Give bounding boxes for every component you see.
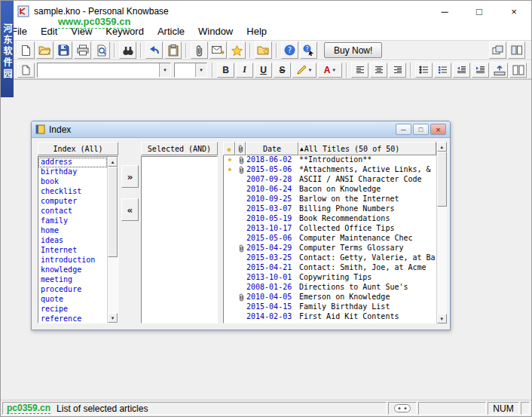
article-row[interactable]: 2010-04-05Emerson on Knowledge [224,293,436,302]
keyword-item[interactable]: checklist [38,187,107,197]
keyword-item[interactable]: contact [38,207,107,216]
favorites-folder-button[interactable] [255,41,272,59]
keyword-item[interactable]: quote [38,295,107,305]
available-keywords-header[interactable]: Index (All) [38,142,118,155]
article-row[interactable]: 2010-06-24Bacon on Knowledge [224,185,436,195]
send-email-button[interactable] [209,41,227,59]
scrollbar-track[interactable] [108,167,118,313]
chevron-down-icon[interactable]: ▼ [159,63,170,77]
new-file-button[interactable] [17,41,35,59]
article-row[interactable]: 2015-04-29Computer Terms Glossary [224,244,436,253]
index-window-titlebar[interactable]: Index ─ □ × [32,121,450,138]
article-row[interactable]: 2007-09-28ASCII / ANSI Character Code [224,175,436,185]
article-row[interactable]: 2013-10-17Collected Office Tips [224,224,436,234]
star-column-header[interactable]: ★ [223,142,235,155]
article-row[interactable]: 2014-02-03First Aid Kit Contents [224,312,436,322]
search-button[interactable] [119,41,136,59]
keyword-item[interactable]: family [38,216,107,226]
columns-view-button[interactable] [509,63,527,78]
keyword-item[interactable]: reference [38,314,107,323]
titles-column-header[interactable]: ▲All Titles (50 of 50) [298,142,436,155]
font-size-select[interactable]: ▼ [174,63,207,78]
export-button[interactable] [491,63,508,78]
font-name-select[interactable]: ▼ [37,63,171,78]
scroll-up-icon[interactable]: ▲ [437,142,447,152]
article-row[interactable]: 2015-04-21Contact: Smith, Joe, at Acme [224,263,436,273]
paste-button[interactable] [164,41,182,59]
add-keyword-button[interactable]: » [121,165,139,188]
keyword-item[interactable]: ideas [38,236,107,246]
underline-button[interactable]: U [255,63,272,78]
menu-item-help[interactable]: Help [240,22,274,40]
article-row[interactable]: 2015-05-06Computer Maintenance Chec [224,234,436,244]
article-row[interactable]: 2008-01-26Directions to Aunt Sue's [224,283,436,293]
print-preview-button[interactable] [93,41,110,59]
index-close-button[interactable]: × [430,124,446,135]
undo-button[interactable] [145,41,163,59]
favorite-button[interactable] [228,41,246,59]
keyword-item[interactable]: recipe [38,305,107,314]
numbered-list-button[interactable] [434,63,451,78]
scrollbar-thumb[interactable] [108,167,118,257]
context-help-button[interactable]: ? [300,41,317,59]
scrollbar-track[interactable] [437,152,447,314]
menu-item-window[interactable]: Window [191,22,240,40]
keyword-item[interactable]: computer [38,197,107,207]
article-row[interactable]: 2010-05-19Book Recommendations [224,214,436,224]
date-column-header[interactable]: Date [246,142,298,155]
italic-button[interactable]: I [236,63,253,78]
article-row[interactable]: 2015-04-15Family Birthday List [224,302,436,312]
keyword-item[interactable]: meeting [38,275,107,285]
article-scrollbar[interactable]: ▲ ▼ [436,142,447,323]
keyword-item[interactable]: birthday [38,167,107,177]
article-row[interactable]: 2015-03-07Billing Phone Numbers [224,204,436,214]
font-color-button[interactable]: A▼ [318,63,342,78]
strikethrough-button[interactable]: S [274,63,291,78]
keyword-item[interactable]: address [38,158,107,167]
scroll-up-icon[interactable]: ▲ [108,157,118,167]
selected-keywords-header[interactable]: Selected (AND) [141,142,218,155]
buy-now-button[interactable]: Buy Now! [324,42,382,58]
scroll-down-icon[interactable]: ▼ [437,314,447,323]
keyword-item[interactable]: introduction [38,256,107,265]
cascade-windows-button[interactable] [489,41,506,59]
scrollbar-thumb[interactable] [437,152,447,207]
keyword-item[interactable]: home [38,226,107,236]
close-button[interactable]: × [497,1,531,22]
chevron-down-icon[interactable]: ▼ [195,63,206,77]
article-row[interactable]: ★2018-06-02**Introduction** [224,155,436,165]
bold-button[interactable]: B [217,63,234,78]
keyword-item[interactable]: book [38,177,107,187]
menu-item-article[interactable]: Article [151,22,191,40]
attach-button[interactable] [191,41,208,59]
maximize-button[interactable]: □ [462,1,497,22]
bullet-list-button[interactable] [415,63,433,78]
index-minimize-button[interactable]: ─ [396,124,411,135]
indent-button[interactable] [472,63,489,78]
tile-windows-button[interactable] [508,41,525,59]
article-page-button[interactable] [17,63,35,78]
selected-keywords-list[interactable] [141,156,218,323]
scroll-down-icon[interactable]: ▼ [108,313,118,323]
print-button[interactable] [74,41,91,59]
remove-keyword-button[interactable]: « [121,198,139,221]
article-row[interactable]: 2015-03-25Contact: Getty, Valerie, at Ba [224,253,436,263]
keyword-item[interactable]: knowledge [38,265,107,275]
minimize-button[interactable]: ─ [427,1,462,22]
align-center-button[interactable] [370,63,387,78]
save-button[interactable] [55,41,72,59]
article-row[interactable]: ★2015-05-06*Attachments, Active Links, & [224,165,436,175]
align-left-button[interactable] [351,63,368,78]
clip-column-header[interactable] [235,142,246,155]
keyword-item[interactable]: Internet [38,246,107,256]
keyword-scrollbar[interactable]: ▲ ▼ [107,157,118,323]
keyword-item[interactable]: procedure [38,285,107,295]
index-maximize-button[interactable]: □ [413,124,429,135]
help-button[interactable]: ? [281,41,298,59]
article-row[interactable]: 2010-09-25Barlow on the Internet [224,195,436,204]
open-file-button[interactable] [36,41,54,59]
article-row[interactable]: 2013-10-01Copywriting Tips [224,273,436,283]
align-right-button[interactable] [389,63,406,78]
outdent-button[interactable] [453,63,470,78]
highlight-button[interactable]: ▼ [292,63,316,78]
